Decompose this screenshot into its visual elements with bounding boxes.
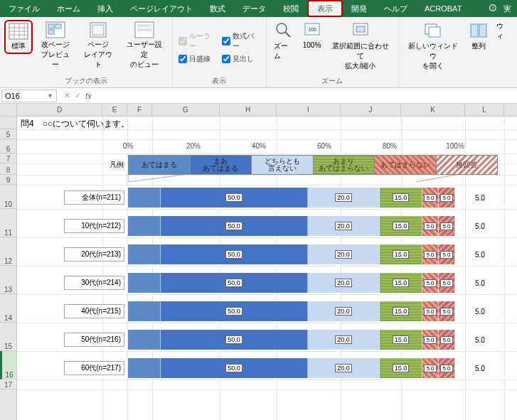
enter-icon[interactable]: ✓	[75, 91, 81, 100]
bar-stack: 50.020.015.05.05.0	[128, 358, 455, 378]
pagelayout-icon	[88, 21, 108, 38]
gridlines-checkbox[interactable]: 目盛線	[177, 53, 218, 65]
col-header[interactable]: K	[401, 104, 465, 116]
chart: 0%20%40%60%80%100% 凡例 あてはまるまあ あてはまるどちらとも…	[64, 142, 498, 381]
normal-view-button[interactable]: 標準	[4, 20, 33, 54]
bar-segment: 20.0	[308, 330, 380, 350]
row-header[interactable]: 16	[0, 351, 16, 379]
row-header[interactable]: 5	[0, 129, 16, 139]
name-box[interactable]: O16 ▼	[1, 90, 57, 102]
headings-checkbox[interactable]: 見出し	[220, 53, 261, 65]
bar-row: 40代(n=215)50.020.015.05.05.05.0	[64, 298, 498, 324]
svg-rect-17	[137, 28, 151, 31]
tab-home[interactable]: ホーム	[48, 0, 89, 17]
col-header[interactable]: I	[277, 104, 341, 116]
bar-row: 60代(n=217)50.020.015.05.05.05.0	[64, 355, 498, 381]
ruler-checkbox[interactable]: ルーラー	[177, 31, 218, 52]
row-header[interactable]: 9	[0, 175, 16, 185]
legend-item: あまり あてはまらない	[314, 156, 375, 174]
bar-segment: 5.0	[422, 216, 439, 236]
bar-segment: 50.0	[161, 273, 308, 293]
legend-item: まあ あてはまる	[191, 156, 252, 174]
row-header[interactable]: 17	[0, 379, 16, 389]
svg-point-18	[277, 23, 287, 33]
bar-segment: 15.0	[380, 358, 422, 378]
newwindow-button[interactable]: 新しいウィンドウ を開く	[403, 20, 464, 72]
tab-pagelayout[interactable]: ページレイアウト	[122, 0, 201, 17]
tell-me-icon[interactable]	[488, 3, 498, 14]
fx-icon[interactable]: fx	[85, 92, 92, 100]
formulabar-checkbox[interactable]: 数式バー	[220, 31, 261, 52]
row-header[interactable]: 7	[0, 154, 16, 163]
bar-row: 全体(n=211)50.020.015.05.05.05.0	[64, 185, 498, 210]
tab-insert[interactable]: 挿入	[89, 0, 122, 17]
pagebreak-button[interactable]: 改ページ プレビュー	[36, 20, 75, 71]
svg-rect-26	[471, 24, 478, 37]
dropdown-icon[interactable]: ▼	[47, 92, 53, 99]
bar-segment: 5.0	[422, 244, 439, 264]
row-header[interactable]: 8	[0, 163, 16, 175]
tab-acrobat[interactable]: ACROBAT	[416, 0, 470, 17]
bar-row: 30代(n=214)50.020.015.05.05.05.0	[64, 270, 498, 296]
tab-review[interactable]: 校閲	[275, 0, 307, 17]
axis-tick: 80%	[383, 142, 397, 150]
row-header[interactable]: 6	[0, 139, 16, 154]
zoomfit-button[interactable]: 選択範囲に合わせて 拡大/縮小	[327, 20, 395, 72]
col-header[interactable]: F	[127, 104, 152, 116]
bar-segment: 20.0	[308, 216, 380, 236]
zoomfit-icon	[351, 21, 370, 40]
bar-extra-value: 5.0	[475, 222, 485, 230]
row-header[interactable]	[0, 117, 16, 129]
col-header[interactable]: D	[17, 104, 102, 116]
svg-rect-16	[137, 24, 151, 27]
tab-formulas[interactable]: 数式	[201, 0, 234, 17]
col-header[interactable]: E	[102, 104, 127, 116]
bar-row: 50代(n=216)50.020.015.05.05.05.0	[64, 327, 498, 352]
legend-title: 凡例	[64, 155, 128, 175]
pagelayout-button[interactable]: ページ レイアウト	[78, 20, 118, 71]
col-header[interactable]: G	[152, 104, 220, 116]
bar-row: 10代(n=212)50.020.015.05.05.05.0	[64, 213, 498, 239]
chart-legend: 凡例 あてはまるまあ あてはまるどちらとも 言えないあまり あてはまらないあては…	[64, 155, 498, 175]
svg-rect-14	[92, 25, 104, 35]
bar-segment: 15.0	[380, 244, 422, 264]
row-header[interactable]: 11	[0, 209, 16, 237]
arrange-button[interactable]: 整列	[467, 20, 491, 53]
tab-developer[interactable]: 開発	[343, 0, 375, 17]
col-header[interactable]: H	[220, 104, 277, 116]
cancel-icon[interactable]: ✕	[64, 91, 70, 100]
axis-tick: 60%	[317, 142, 331, 150]
bar-segment	[128, 330, 161, 350]
zoomfit-label: 選択範囲に合わせて 拡大/縮小	[330, 41, 392, 71]
zoom-icon	[275, 21, 293, 40]
row-header[interactable]: 13	[0, 266, 16, 294]
window-extra-button[interactable]: ウィ	[494, 20, 513, 43]
ribbon: 標準 改ページ プレビュー ページ レイアウト ユーザー設定 のビュー ブックの…	[0, 17, 517, 88]
row-header[interactable]: 14	[0, 294, 16, 323]
col-header[interactable]: J	[341, 104, 401, 116]
select-all-corner[interactable]	[0, 104, 17, 116]
bar-segment: 20.0	[308, 358, 380, 378]
tab-help[interactable]: ヘルプ	[375, 0, 416, 17]
tab-view[interactable]: 表示	[307, 0, 343, 17]
bar-stack: 50.020.015.05.05.0	[128, 330, 455, 350]
svg-point-1	[492, 9, 493, 10]
customview-button[interactable]: ユーザー設定 のビュー	[121, 20, 168, 71]
zoom100-button[interactable]: 100 100%	[300, 20, 324, 50]
tab-file[interactable]: ファイル	[0, 0, 48, 17]
bar-segment	[128, 273, 161, 293]
zoom100-label: 100%	[303, 41, 321, 49]
col-header[interactable]: L	[465, 104, 504, 116]
customview-icon	[134, 21, 154, 38]
row-header[interactable]: 12	[0, 237, 16, 266]
bar-segment: 50.0	[161, 301, 308, 321]
grid-content[interactable]: 問4 ○○について伺います。 0%20%40%60%80%100% 凡例 あては…	[17, 117, 517, 420]
pagebreak-label: 改ページ プレビュー	[38, 40, 73, 70]
bar-segment: 20.0	[308, 301, 380, 321]
tab-data[interactable]: データ	[234, 0, 275, 17]
zoom-button[interactable]: ズーム	[271, 20, 297, 63]
row-header[interactable]: 10	[0, 185, 16, 209]
row-header[interactable]: 15	[0, 323, 16, 351]
formula-input[interactable]	[97, 90, 517, 102]
right-extra-text: 実	[503, 4, 511, 14]
